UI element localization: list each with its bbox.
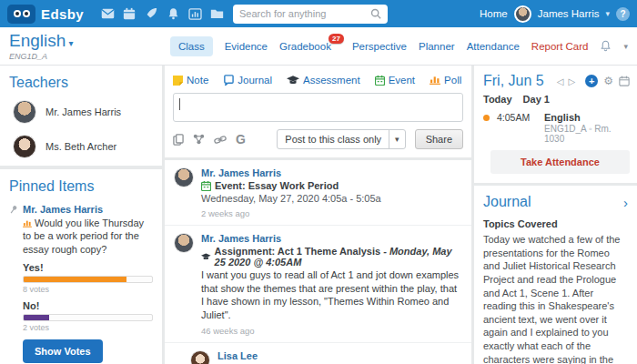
schedule-item-subject[interactable]: English	[544, 112, 628, 123]
journal-card: Journal › Topics Covered Today we watche…	[474, 186, 637, 364]
search-input[interactable]	[239, 8, 370, 19]
poll-bar-fill	[24, 315, 49, 320]
gear-icon[interactable]: ⚙	[603, 75, 613, 87]
teacher-row[interactable]: Mr. James Harris	[0, 96, 162, 131]
teacher-row[interactable]: Ms. Beth Archer	[0, 131, 162, 166]
teacher-avatar	[13, 135, 36, 158]
post-title[interactable]: Assignment: Act 1 Theme Analysis	[215, 246, 381, 257]
poll-option-label: Yes!	[23, 262, 153, 273]
assessment-icon	[287, 76, 299, 86]
class-name[interactable]: English	[9, 31, 66, 50]
composer-input[interactable]	[173, 93, 463, 122]
notifications-bell-icon[interactable]	[600, 40, 612, 52]
tab-planner[interactable]: Planner	[419, 41, 455, 52]
tab-evidence[interactable]: Evidence	[225, 41, 268, 52]
event-icon	[201, 181, 211, 191]
calendar-view-icon[interactable]	[619, 76, 630, 86]
google-drive-icon[interactable]: G	[236, 132, 246, 147]
mail-icon[interactable]	[96, 8, 118, 19]
tab-report-card[interactable]: Report Card	[531, 41, 589, 52]
pinned-poll-item: Mr. James Harris Would you like Thursday…	[0, 200, 162, 364]
edsby-logo-icon[interactable]	[7, 5, 35, 24]
main-content: Teachers Mr. James Harris Ms. Beth Arche…	[0, 66, 637, 364]
poll-option: No! 2 votes	[23, 300, 153, 332]
schedule-item[interactable]: 4:05AM English ENG1D_A ◦ Rm. 1030	[474, 110, 637, 144]
poll-icon	[430, 76, 440, 85]
analytics-icon[interactable]	[184, 8, 206, 20]
post-title[interactable]: Event: Essay Work Period	[215, 180, 339, 191]
feed-item-reply[interactable]: Lisa Lee I think one of the largest them…	[165, 343, 471, 364]
poll-bar-track	[23, 314, 153, 321]
home-link[interactable]: Home	[480, 8, 508, 19]
event-icon	[375, 76, 385, 86]
teachers-card: Teachers Mr. James Harris Ms. Beth Arche…	[0, 66, 162, 166]
user-name[interactable]: James Harris	[538, 8, 600, 19]
tab-perspective[interactable]: Perspective	[352, 41, 407, 52]
post-age: 46 weeks ago	[201, 326, 462, 336]
tab-attendance[interactable]: Attendance	[467, 41, 520, 52]
attach-file-icon[interactable]	[173, 134, 184, 146]
bell-icon[interactable]	[162, 7, 184, 20]
gradebook-badge: 27	[329, 34, 344, 44]
text-caret	[179, 98, 180, 110]
room-separator-icon: ◦	[589, 124, 592, 134]
class-identity: English ▾ ENG1D_A	[9, 31, 73, 61]
journal-icon	[223, 75, 234, 86]
next-day-icon[interactable]: ▷	[568, 76, 575, 86]
teacher-name[interactable]: Mr. James Harris	[46, 106, 121, 117]
chevron-down-icon[interactable]: ▾	[68, 38, 73, 48]
chevron-right-icon[interactable]: ›	[623, 195, 628, 210]
schedule-header: Fri, Jun 5 ◁ ▷ + ⚙	[474, 66, 637, 93]
feed-item-event[interactable]: Mr. James Harris Event: Essay Work Perio…	[165, 160, 471, 226]
folder-icon[interactable]	[206, 8, 228, 19]
status-dot-icon	[483, 115, 490, 121]
search-icon[interactable]	[370, 8, 381, 19]
poll-author[interactable]: Mr. James Harris	[23, 204, 153, 215]
chevron-down-icon[interactable]: ▾	[605, 9, 610, 18]
poll-option: Yes! 8 votes	[23, 262, 153, 294]
journal-title[interactable]: Journal	[483, 194, 531, 210]
schedule-item-time: 4:05AM	[497, 112, 537, 144]
post-age: 2 weeks ago	[201, 208, 462, 218]
chevron-down-icon: ▾	[389, 130, 405, 148]
help-icon[interactable]: ?	[616, 7, 630, 21]
chevron-down-icon[interactable]: ▾	[623, 42, 628, 51]
assessment-icon	[201, 252, 211, 262]
note-button[interactable]: Note	[173, 75, 208, 86]
add-event-icon[interactable]: +	[585, 75, 598, 87]
calendar-icon[interactable]	[118, 7, 140, 20]
poll-button[interactable]: Poll	[430, 75, 461, 86]
post-author-name[interactable]: Mr. James Harris	[201, 167, 462, 178]
feed-item-assignment[interactable]: Mr. James Harris Assignment: Act 1 Theme…	[165, 226, 471, 343]
feed-panel: Note Journal Assessment Event Poll	[165, 66, 471, 364]
link-icon[interactable]	[214, 135, 227, 145]
event-button[interactable]: Event	[375, 75, 415, 86]
tab-class[interactable]: Class	[170, 36, 213, 56]
teacher-name[interactable]: Ms. Beth Archer	[46, 141, 116, 152]
schedule-date[interactable]: Fri, Jun 5	[483, 73, 544, 89]
left-panel: Teachers Mr. James Harris Ms. Beth Arche…	[0, 66, 162, 364]
take-attendance-button[interactable]: Take Attendance	[490, 150, 630, 174]
search-box	[233, 5, 388, 24]
share-button[interactable]: Share	[415, 129, 463, 149]
owl-eye-icon	[23, 10, 30, 17]
tab-gradebook[interactable]: Gradebook27	[279, 41, 331, 52]
user-avatar[interactable]	[514, 5, 531, 23]
day-label: Day 1	[523, 94, 550, 105]
today-label[interactable]: Today	[483, 94, 512, 105]
reply-author-name[interactable]: Lisa Lee	[217, 350, 462, 361]
feed-list: Mr. James Harris Event: Essay Work Perio…	[165, 160, 471, 364]
audience-value: Post to this class only	[278, 134, 389, 145]
show-votes-button[interactable]: Show Votes	[23, 339, 103, 363]
assessment-button[interactable]: Assessment	[287, 75, 360, 86]
post-author-avatar	[174, 167, 194, 187]
share-network-icon[interactable]	[193, 134, 205, 145]
prev-day-icon[interactable]: ◁	[557, 76, 564, 86]
pinned-items-title: Pinned Items	[0, 169, 162, 200]
rocket-icon[interactable]	[140, 7, 162, 20]
post-author-name[interactable]: Mr. James Harris	[201, 233, 462, 244]
audience-select[interactable]: Post to this class only ▾	[277, 129, 405, 149]
journal-button[interactable]: Journal	[223, 75, 272, 86]
schedule-item-meta: ENG1D_A ◦ Rm. 1030	[544, 124, 628, 144]
poll-votes-count: 2 votes	[23, 323, 153, 332]
